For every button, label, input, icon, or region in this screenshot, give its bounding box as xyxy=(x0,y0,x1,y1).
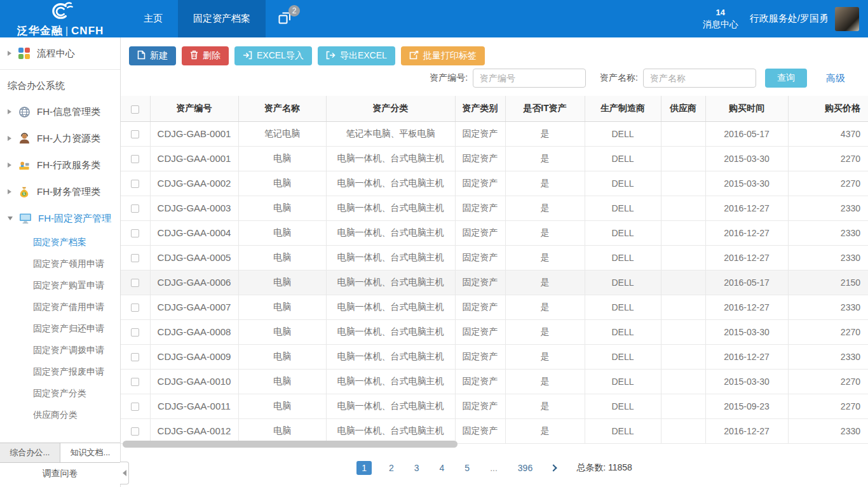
table-row[interactable]: CDJG-GAA-0004电脑电脑一体机、台式电脑主机固定资产是DELL2016… xyxy=(121,220,868,245)
sidebar-item-process-center[interactable]: 流程中心 xyxy=(0,37,120,70)
sidebar-submenu: 固定资产档案固定资产领用申请固定资产购置申请固定资产借用申请固定资产归还申请固定… xyxy=(0,232,120,426)
cell-select xyxy=(121,270,150,295)
user-menu[interactable]: 行政服务处/罗国勇 xyxy=(750,0,829,37)
column-header[interactable]: 资产名称 xyxy=(238,96,326,121)
header-tab[interactable]: 主页 xyxy=(128,0,178,37)
sidebar-submenu-item[interactable]: 固定资产分类 xyxy=(0,383,120,404)
sidebar-group[interactable]: FH-人力资源类 xyxy=(0,125,120,152)
excel-import-label: EXCEL导入 xyxy=(257,50,304,62)
table-row[interactable]: CDJG-GAA-0001电脑电脑一体机、台式电脑主机固定资产是DELL2015… xyxy=(121,146,868,171)
table-row[interactable]: CDJG-GAA-0002电脑电脑一体机、台式电脑主机固定资产是DELL2015… xyxy=(121,171,868,196)
sidebar-group[interactable]: FH-信息管理类 xyxy=(0,98,120,125)
cell-type: 固定资产 xyxy=(455,146,505,171)
asset-code-input[interactable] xyxy=(473,69,586,88)
open-tabs-button[interactable]: 2 xyxy=(266,0,304,37)
cell-supplier xyxy=(661,121,705,146)
column-header[interactable]: 资产分类 xyxy=(326,96,455,121)
excel-import-button[interactable]: EXCEL导入 xyxy=(234,46,312,65)
cell-price: 2270 xyxy=(788,369,868,394)
bottom-tab-survey[interactable]: 调查问卷 xyxy=(0,462,120,487)
page-button[interactable]: 1 xyxy=(356,461,372,475)
table-row[interactable]: CDJG-GAA-0010电脑电脑一体机、台式电脑主机固定资产是DELL2015… xyxy=(121,369,868,394)
select-all-checkbox[interactable] xyxy=(131,105,139,114)
table-row[interactable]: CDJG-GAA-0005电脑电脑一体机、台式电脑主机固定资产是DELL2016… xyxy=(121,245,868,270)
table-row[interactable]: CDJG-GAA-0007电脑电脑一体机、台式电脑主机固定资产是DELL2016… xyxy=(121,295,868,319)
page-button[interactable]: 396 xyxy=(515,461,536,475)
sidebar-submenu-item[interactable]: 固定资产调拨申请 xyxy=(0,340,120,361)
column-header[interactable]: 是否IT资产 xyxy=(505,96,585,121)
horizontal-scrollbar[interactable] xyxy=(123,441,458,448)
sidebar-submenu-item[interactable]: 固定资产借用申请 xyxy=(0,297,120,318)
user-avatar[interactable] xyxy=(835,7,859,31)
sidebar-submenu-item[interactable]: 固定资产购置申请 xyxy=(0,275,120,297)
sidebar-section-title: 综合办公系统 xyxy=(0,70,120,98)
row-checkbox[interactable] xyxy=(131,378,139,386)
column-header[interactable]: 购买时间 xyxy=(705,96,788,121)
cell-buy-time: 2016-12-27 xyxy=(705,220,788,245)
row-checkbox[interactable] xyxy=(131,304,139,312)
sidebar-group[interactable]: $FH-财务管理类 xyxy=(0,178,120,205)
page-button[interactable]: 2 xyxy=(386,461,397,475)
sidebar-group[interactable]: FH-行政服务类 xyxy=(0,152,120,178)
row-checkbox[interactable] xyxy=(131,328,139,337)
message-center-button[interactable]: 14 消息中心 xyxy=(703,0,738,37)
cell-code: CDJG-GAA-0007 xyxy=(150,295,238,319)
column-header[interactable]: 生产制造商 xyxy=(585,96,661,121)
column-header[interactable]: 供应商 xyxy=(661,96,705,121)
table-row[interactable]: CDJG-GAA-0012电脑电脑一体机、台式电脑主机固定资产是DELL2016… xyxy=(121,418,868,443)
delete-button[interactable]: 删除 xyxy=(182,46,229,65)
row-checkbox[interactable] xyxy=(131,180,139,188)
cell-is-it: 是 xyxy=(505,146,585,171)
sidebar-group[interactable]: FH-固定资产管理 xyxy=(0,205,120,232)
cell-name: 电脑 xyxy=(238,270,326,295)
column-header[interactable]: 资产编号 xyxy=(150,96,238,121)
table-row[interactable]: CDJG-GAA-0009电脑电脑一体机、台式电脑主机固定资产是DELL2016… xyxy=(121,344,868,369)
excel-export-button[interactable]: 导出EXCEL xyxy=(318,46,395,65)
money-bag-icon: $ xyxy=(18,185,31,198)
sidebar-submenu-item[interactable]: 固定资产归还申请 xyxy=(0,318,120,340)
row-checkbox[interactable] xyxy=(131,204,139,213)
advanced-search-link[interactable]: 高级 xyxy=(826,72,845,84)
cell-is-it: 是 xyxy=(505,121,585,146)
row-checkbox[interactable] xyxy=(131,353,139,361)
bottom-tab[interactable]: 综合办公... xyxy=(0,443,60,462)
batch-print-labels-button[interactable]: 批量打印标签 xyxy=(401,46,485,65)
cell-type: 固定资产 xyxy=(455,171,505,196)
row-checkbox[interactable] xyxy=(131,403,139,411)
asset-name-input[interactable] xyxy=(643,69,756,88)
table-row[interactable]: CDJG-GAA-0003电脑电脑一体机、台式电脑主机固定资产是DELL2016… xyxy=(121,196,868,220)
header-tab[interactable]: 固定资产档案 xyxy=(178,0,266,37)
next-page-button[interactable] xyxy=(550,464,557,471)
new-button[interactable]: 新建 xyxy=(129,46,176,65)
table-row[interactable]: CDJG-GAB-0001笔记电脑笔记本电脑、平板电脑固定资产是DELL2016… xyxy=(121,121,868,146)
row-checkbox[interactable] xyxy=(131,130,139,138)
page-button[interactable]: 5 xyxy=(461,461,473,475)
brand-logo[interactable]: 泛华金融 | CNFH xyxy=(0,0,121,37)
cell-buy-time: 2016-05-17 xyxy=(705,270,788,295)
column-header[interactable]: 购买价格 xyxy=(788,96,868,121)
sidebar-submenu-item[interactable]: 固定资产领用申请 xyxy=(0,253,120,275)
query-button[interactable]: 查询 xyxy=(765,69,807,88)
page-button[interactable]: 4 xyxy=(437,461,448,475)
bottom-tab[interactable]: 知识文档... xyxy=(60,443,120,462)
sidebar-collapse-handle[interactable] xyxy=(120,462,129,484)
table-row[interactable]: CDJG-GAA-0011电脑电脑一体机、台式电脑主机固定资产是DELL2015… xyxy=(121,394,868,418)
table-row[interactable]: CDJG-GAA-0008电脑电脑一体机、台式电脑主机固定资产是DELL2015… xyxy=(121,319,868,344)
column-header[interactable]: 资产类别 xyxy=(455,96,505,121)
sidebar-submenu-item[interactable]: 固定资产档案 xyxy=(0,232,120,253)
cell-price: 2270 xyxy=(788,171,868,196)
export-arrow-icon xyxy=(326,51,336,62)
row-checkbox[interactable] xyxy=(131,155,139,163)
row-checkbox[interactable] xyxy=(131,427,139,436)
cell-manufacturer: DELL xyxy=(585,220,661,245)
cell-select xyxy=(121,394,150,418)
sidebar-submenu-item[interactable]: 供应商分类 xyxy=(0,404,120,426)
cell-price: 2330 xyxy=(788,245,868,270)
page-button[interactable]: 3 xyxy=(411,461,423,475)
sidebar-submenu-item[interactable]: 固定资产报废申请 xyxy=(0,361,120,383)
table-row[interactable]: CDJG-GAA-0006电脑电脑一体机、台式电脑主机固定资产是DELL2016… xyxy=(121,270,868,295)
row-checkbox[interactable] xyxy=(131,279,139,287)
cell-select xyxy=(121,121,150,146)
row-checkbox[interactable] xyxy=(131,229,139,237)
row-checkbox[interactable] xyxy=(131,254,139,262)
